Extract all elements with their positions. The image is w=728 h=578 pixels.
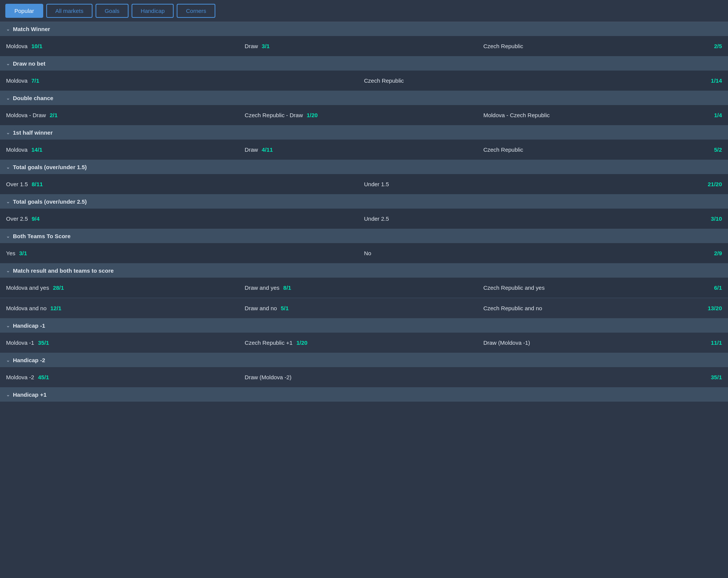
section-header-both-teams-to-score[interactable]: ⌄Both Teams To Score — [0, 229, 728, 243]
section-header-double-chance[interactable]: ⌄Double chance — [0, 91, 728, 105]
odds-value[interactable]: 5/2 — [714, 146, 722, 153]
odds-value[interactable]: 6/1 — [714, 284, 722, 291]
odds-value[interactable]: 2/1 — [50, 112, 58, 118]
odds-value[interactable]: 35/1 — [711, 374, 722, 380]
odds-value[interactable]: 3/1 — [19, 250, 27, 256]
col-right: No 2/9 — [364, 250, 722, 256]
chevron-icon: ⌄ — [6, 61, 10, 66]
col-right: Under 1.5 21/20 — [364, 181, 722, 187]
odds-value[interactable]: 21/20 — [708, 181, 722, 187]
col-center: Draw 3/1 — [245, 43, 483, 49]
section-title: Handicap +1 — [13, 391, 47, 398]
section-header-handicap-plus-1[interactable]: ⌄Handicap +1 — [0, 388, 728, 402]
tab-all-markets[interactable]: All markets — [46, 4, 93, 18]
selection-label: Moldova and no — [6, 305, 47, 311]
selection-label: Draw (Moldova -2) — [245, 374, 291, 380]
odds-value[interactable]: 14/1 — [31, 146, 42, 153]
market-row: Moldova - Draw 2/1 Czech Republic - Draw… — [0, 105, 728, 126]
market-row: Moldova -2 45/1 Draw (Moldova -2) 35/1 — [0, 367, 728, 388]
selection-label: Moldova — [6, 43, 28, 49]
tab-goals[interactable]: Goals — [96, 4, 129, 18]
tab-popular[interactable]: Popular — [5, 4, 43, 18]
section-header-1st-half-winner[interactable]: ⌄1st half winner — [0, 126, 728, 140]
selection-label: Draw (Moldova -1) — [483, 339, 530, 346]
selection-label: Czech Republic — [364, 77, 404, 84]
section-header-handicap-minus-2[interactable]: ⌄Handicap -2 — [0, 353, 728, 367]
col-right: Czech Republic 5/2 — [483, 146, 722, 153]
section-title: Total goals (over/under 2.5) — [13, 198, 87, 205]
selection-label: Moldova -2 — [6, 374, 34, 380]
chevron-icon: ⌄ — [6, 392, 10, 397]
odds-value[interactable]: 12/1 — [50, 305, 61, 311]
col-left: Yes 3/1 — [6, 250, 364, 256]
chevron-icon: ⌄ — [6, 268, 10, 273]
odds-value[interactable]: 9/4 — [32, 215, 40, 222]
col-center: Draw (Moldova -2) — [245, 374, 483, 380]
odds-value[interactable]: 1/20 — [307, 112, 318, 118]
odds-value[interactable]: 3/1 — [262, 43, 270, 49]
market-row: Over 2.5 9/4 Under 2.5 3/10 — [0, 209, 728, 229]
col-left: Moldova 10/1 — [6, 43, 245, 49]
selection-label: Draw — [245, 146, 258, 153]
col-center: Draw and no 5/1 — [245, 305, 483, 311]
col-right: Moldova - Czech Republic 1/4 — [483, 112, 722, 118]
section-header-total-goals-1.5[interactable]: ⌄Total goals (over/under 1.5) — [0, 160, 728, 174]
market-row: Moldova -1 35/1 Czech Republic +1 1/20 D… — [0, 333, 728, 353]
odds-value[interactable]: 11/1 — [711, 339, 722, 346]
section-title: Handicap -2 — [13, 357, 45, 363]
col-right: Under 2.5 3/10 — [364, 215, 722, 222]
selection-label: Moldova - Czech Republic — [483, 112, 550, 118]
selection-label: Draw and yes — [245, 284, 279, 291]
section-header-handicap-minus-1[interactable]: ⌄Handicap -1 — [0, 319, 728, 333]
chevron-icon: ⌄ — [6, 234, 10, 239]
odds-value[interactable]: 1/20 — [297, 339, 308, 346]
section-header-match-winner[interactable]: ⌄Match Winner — [0, 22, 728, 36]
odds-value[interactable]: 45/1 — [38, 374, 49, 380]
tab-handicap[interactable]: Handicap — [132, 4, 174, 18]
col-left: Moldova 14/1 — [6, 146, 245, 153]
col-right: Czech Republic and no 13/20 — [483, 305, 722, 311]
section-header-match-result-both-teams[interactable]: ⌄Match result and both teams to score — [0, 264, 728, 278]
tab-bar: PopularAll marketsGoalsHandicapCorners — [0, 0, 728, 22]
col-left: Moldova - Draw 2/1 — [6, 112, 245, 118]
chevron-icon: ⌄ — [6, 96, 10, 101]
markets-container: ⌄Match Winner Moldova 10/1 Draw 3/1 Czec… — [0, 22, 728, 402]
odds-value[interactable]: 1/14 — [711, 77, 722, 84]
chevron-icon: ⌄ — [6, 165, 10, 170]
odds-value[interactable]: 3/10 — [711, 215, 722, 222]
odds-value[interactable]: 8/11 — [32, 181, 43, 187]
odds-value[interactable]: 2/5 — [714, 43, 722, 49]
odds-value[interactable]: 1/4 — [714, 112, 722, 118]
selection-label: Yes — [6, 250, 15, 256]
market-row: Moldova and yes 28/1 Draw and yes 8/1 Cz… — [0, 278, 728, 298]
odds-value[interactable]: 7/1 — [31, 77, 39, 84]
selection-label: Czech Republic — [483, 146, 523, 153]
chevron-icon: ⌄ — [6, 199, 10, 204]
selection-label: Moldova -1 — [6, 339, 34, 346]
selection-label: Over 2.5 — [6, 215, 28, 222]
selection-label: Draw and no — [245, 305, 277, 311]
odds-value[interactable]: 10/1 — [31, 43, 42, 49]
section-title: 1st half winner — [13, 129, 53, 136]
odds-value[interactable]: 5/1 — [281, 305, 289, 311]
col-right: Czech Republic 1/14 — [364, 77, 722, 84]
selection-label: Draw — [245, 43, 258, 49]
col-right: Czech Republic and yes 6/1 — [483, 284, 722, 291]
section-header-draw-no-bet[interactable]: ⌄Draw no bet — [0, 57, 728, 71]
tab-corners[interactable]: Corners — [177, 4, 215, 18]
odds-value[interactable]: 28/1 — [53, 284, 64, 291]
odds-value[interactable]: 2/9 — [714, 250, 722, 256]
selection-label: Over 1.5 — [6, 181, 28, 187]
odds-value[interactable]: 13/20 — [708, 305, 722, 311]
selection-label: Czech Republic - Draw — [245, 112, 303, 118]
col-right: Czech Republic 2/5 — [483, 43, 722, 49]
odds-value[interactable]: 35/1 — [38, 339, 49, 346]
market-row: Over 1.5 8/11 Under 1.5 21/20 — [0, 174, 728, 195]
section-title: Draw no bet — [13, 60, 46, 67]
selection-label: No — [364, 250, 371, 256]
section-header-total-goals-2.5[interactable]: ⌄Total goals (over/under 2.5) — [0, 195, 728, 209]
col-left: Moldova -1 35/1 — [6, 339, 245, 346]
odds-value[interactable]: 4/11 — [262, 146, 273, 153]
col-left: Moldova -2 45/1 — [6, 374, 245, 380]
odds-value[interactable]: 8/1 — [283, 284, 291, 291]
